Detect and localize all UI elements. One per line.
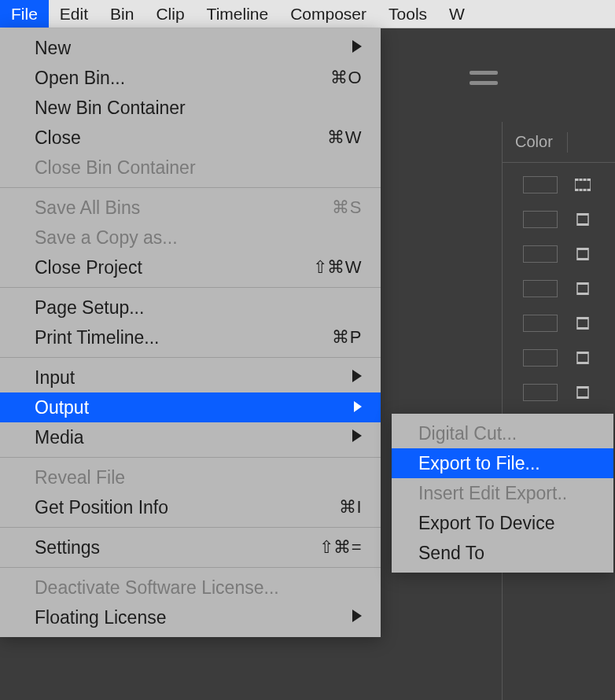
menu-item-close[interactable]: Close ⌘W <box>0 123 381 153</box>
column-divider <box>567 132 568 153</box>
menubar-edit[interactable]: Edit <box>49 0 99 28</box>
menubar-truncated[interactable]: W <box>438 0 476 28</box>
bin-side-panel: Color <box>502 122 615 700</box>
menu-separator <box>0 457 381 458</box>
color-swatch[interactable] <box>523 280 558 297</box>
svg-rect-16 <box>577 282 588 285</box>
svg-rect-19 <box>577 317 588 319</box>
chevron-right-icon <box>352 610 362 626</box>
menu-item-open-bin[interactable]: Open Bin... ⌘O <box>0 63 381 93</box>
menu-item-floating-license[interactable]: Floating License <box>0 602 381 632</box>
master-clip-icon <box>575 179 591 191</box>
svg-rect-13 <box>577 248 588 250</box>
hamburger-icon[interactable] <box>470 71 498 85</box>
color-swatch[interactable] <box>523 245 558 263</box>
menubar-clip[interactable]: Clip <box>145 0 195 28</box>
bin-row[interactable] <box>503 202 615 237</box>
sub-clip-icon <box>575 386 591 399</box>
menu-separator <box>0 187 381 188</box>
menubar-composer[interactable]: Composer <box>279 0 377 28</box>
svg-rect-20 <box>577 327 588 330</box>
submenu-item-export-to-file[interactable]: Export to File... <box>392 448 613 478</box>
bin-row[interactable] <box>503 237 615 271</box>
submenu-item-digital-cut: Digital Cut... <box>392 418 613 448</box>
svg-rect-17 <box>577 293 588 295</box>
svg-rect-23 <box>577 362 588 364</box>
file-dropdown-menu: New Open Bin... ⌘O New Bin Container Clo… <box>0 28 381 637</box>
submenu-item-insert-edit-export: Insert Edit Export.. <box>392 478 613 508</box>
menu-separator <box>0 357 381 358</box>
menu-item-output[interactable]: Output <box>0 392 381 422</box>
bin-row[interactable] <box>503 375 615 410</box>
menu-item-settings[interactable]: Settings ⇧⌘= <box>0 532 381 562</box>
chevron-right-icon <box>352 40 362 57</box>
sub-clip-icon <box>575 248 591 260</box>
bin-column-header: Color <box>503 122 615 163</box>
bin-row[interactable] <box>503 306 615 341</box>
menu-shortcut: ⇧⌘= <box>319 537 362 558</box>
color-swatch[interactable] <box>523 176 558 193</box>
menu-item-print-timeline[interactable]: Print Timeline... ⌘P <box>0 322 381 352</box>
output-submenu: Digital Cut... Export to File... Insert … <box>392 414 613 573</box>
svg-rect-22 <box>577 352 588 354</box>
svg-rect-25 <box>577 386 588 389</box>
svg-rect-26 <box>577 396 588 399</box>
chevron-right-icon <box>352 370 362 386</box>
menubar-timeline[interactable]: Timeline <box>196 0 280 28</box>
menu-item-save-a-copy: Save a Copy as... <box>0 223 381 252</box>
color-swatch[interactable] <box>523 315 558 332</box>
menu-shortcut: ⇧⌘W <box>313 257 362 278</box>
menu-separator <box>0 567 381 568</box>
menu-separator <box>0 287 381 288</box>
menu-item-media[interactable]: Media <box>0 422 381 452</box>
menu-shortcut: ⌘I <box>339 497 362 518</box>
chevron-right-icon <box>354 400 362 416</box>
bin-row[interactable] <box>503 271 615 306</box>
sub-clip-icon <box>575 213 591 226</box>
menu-shortcut: ⌘W <box>327 127 362 148</box>
menu-item-save-all-bins: Save All Bins ⌘S <box>0 193 381 223</box>
menubar-file[interactable]: File <box>0 0 49 28</box>
menu-item-deactivate-license: Deactivate Software License... <box>0 573 381 602</box>
menu-item-input[interactable]: Input <box>0 363 381 392</box>
menu-item-get-position-info[interactable]: Get Position Info ⌘I <box>0 492 381 522</box>
menu-shortcut: ⌘O <box>330 68 362 88</box>
menubar: File Edit Bin Clip Timeline Composer Too… <box>0 0 615 28</box>
svg-rect-14 <box>577 258 588 260</box>
bin-row[interactable] <box>503 168 615 202</box>
menu-item-new-bin-container[interactable]: New Bin Container <box>0 93 381 123</box>
menu-item-close-project[interactable]: Close Project ⇧⌘W <box>0 252 381 282</box>
bin-row[interactable] <box>503 341 615 375</box>
menubar-tools[interactable]: Tools <box>377 0 438 28</box>
color-column-label[interactable]: Color <box>515 133 553 151</box>
menu-shortcut: ⌘S <box>332 197 362 218</box>
menubar-bin[interactable]: Bin <box>99 0 145 28</box>
sub-clip-icon <box>575 282 591 295</box>
color-swatch[interactable] <box>523 384 558 401</box>
menu-separator <box>0 527 381 528</box>
svg-rect-10 <box>577 213 588 216</box>
svg-rect-11 <box>577 223 588 226</box>
menu-shortcut: ⌘P <box>332 327 362 348</box>
menu-item-new[interactable]: New <box>0 33 381 63</box>
menu-item-reveal-file: Reveal File <box>0 462 381 492</box>
menu-item-close-bin-container: Close Bin Container <box>0 153 381 182</box>
color-swatch[interactable] <box>523 349 558 367</box>
color-swatch[interactable] <box>523 211 558 228</box>
chevron-right-icon <box>352 429 362 446</box>
menu-item-page-setup[interactable]: Page Setup... <box>0 293 381 322</box>
sub-clip-icon <box>575 317 591 330</box>
submenu-item-export-to-device[interactable]: Export To Device <box>392 508 613 538</box>
sub-clip-icon <box>575 352 591 364</box>
submenu-item-send-to[interactable]: Send To <box>392 538 613 568</box>
